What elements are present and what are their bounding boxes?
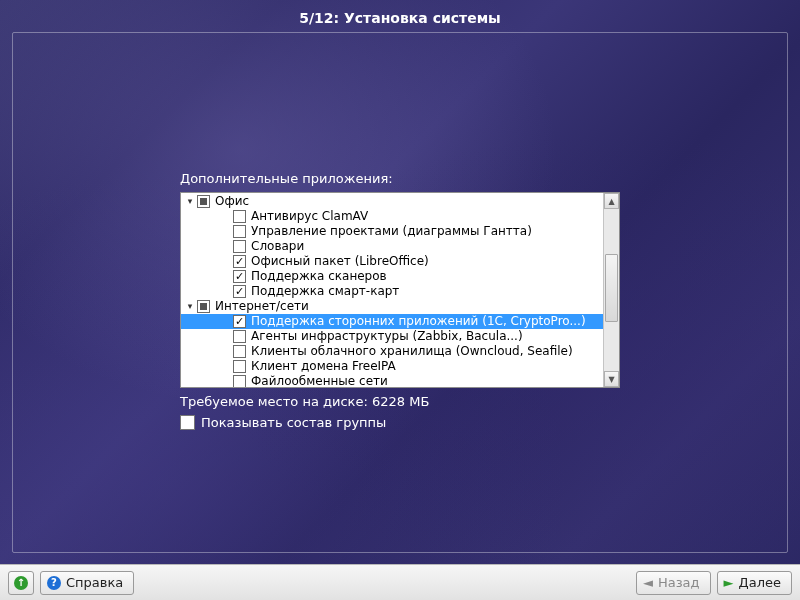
tree-checkbox[interactable]: [233, 255, 246, 268]
tree-item-label: Антивирус ClamAV: [251, 209, 368, 224]
expander-icon: [221, 287, 231, 297]
apps-tree[interactable]: ▾ОфисАнтивирус ClamAVУправление проектам…: [180, 192, 620, 388]
expander-icon[interactable]: ▾: [185, 197, 195, 207]
scroll-down-button[interactable]: ▼: [604, 371, 619, 387]
disk-space-value: 6228 МБ: [372, 394, 429, 409]
help-button[interactable]: ? Справка: [40, 571, 134, 595]
disk-space-prefix: Требуемое место на диске:: [180, 394, 372, 409]
tree-item[interactable]: Поддержка сканеров: [181, 269, 603, 284]
apps-section-label: Дополнительные приложения:: [180, 171, 620, 186]
tree-item[interactable]: Клиент домена FreeIPA: [181, 359, 603, 374]
next-label: Далее: [739, 575, 781, 590]
expander-icon: [221, 272, 231, 282]
tree-checkbox[interactable]: [233, 285, 246, 298]
arrow-up-icon: ↑: [14, 576, 28, 590]
tree-group[interactable]: ▾Офис: [181, 194, 603, 209]
scroll-up-button[interactable]: ▲: [604, 193, 619, 209]
expander-icon: [221, 347, 231, 357]
expander-icon: [221, 317, 231, 327]
show-group-label: Показывать состав группы: [201, 415, 386, 430]
tree-item-label: Поддержка смарт-карт: [251, 284, 399, 299]
tree-item-label: Офис: [215, 194, 249, 209]
tree-checkbox[interactable]: [233, 210, 246, 223]
chevron-right-icon: ►: [724, 575, 734, 590]
tree-item-label: Интернет/сети: [215, 299, 309, 314]
tree-item[interactable]: Агенты инфраструктуры (Zabbix, Bacula...…: [181, 329, 603, 344]
tree-checkbox[interactable]: [233, 240, 246, 253]
tree-checkbox[interactable]: [233, 375, 246, 388]
tree-item[interactable]: Поддержка сторонних приложений (1C, Cryp…: [181, 314, 603, 329]
disk-space-required: Требуемое место на диске: 6228 МБ: [180, 394, 620, 409]
tree-item-label: Управление проектами (диаграммы Гантта): [251, 224, 532, 239]
chevron-left-icon: ◄: [643, 575, 653, 590]
tree-checkbox[interactable]: [233, 225, 246, 238]
back-label: Назад: [658, 575, 700, 590]
expander-icon: [221, 212, 231, 222]
tree-checkbox[interactable]: [233, 330, 246, 343]
tree-item[interactable]: Клиенты облачного хранилища (Owncloud, S…: [181, 344, 603, 359]
expander-icon: [221, 377, 231, 387]
tree-item[interactable]: Словари: [181, 239, 603, 254]
expander-icon: [221, 332, 231, 342]
next-button[interactable]: ► Далее: [717, 571, 792, 595]
tree-item-label: Клиент домена FreeIPA: [251, 359, 396, 374]
expander-icon[interactable]: ▾: [185, 302, 195, 312]
tree-checkbox[interactable]: [233, 345, 246, 358]
tree-item-label: Файлообменные сети: [251, 374, 388, 388]
tree-item-label: Агенты инфраструктуры (Zabbix, Bacula...…: [251, 329, 523, 344]
back-button[interactable]: ◄ Назад: [636, 571, 711, 595]
expander-icon: [221, 362, 231, 372]
tree-item[interactable]: Антивирус ClamAV: [181, 209, 603, 224]
tree-checkbox[interactable]: [197, 300, 210, 313]
expander-icon: [221, 257, 231, 267]
show-group-checkbox[interactable]: [180, 415, 195, 430]
tree-item-label: Поддержка сканеров: [251, 269, 387, 284]
tree-checkbox[interactable]: [197, 195, 210, 208]
scrollbar[interactable]: ▲ ▼: [603, 193, 619, 387]
tree-item-label: Поддержка сторонних приложений (1C, Cryp…: [251, 314, 586, 329]
footer-bar: ↑ ? Справка ◄ Назад ► Далее: [0, 564, 800, 600]
tree-group[interactable]: ▾Интернет/сети: [181, 299, 603, 314]
up-button[interactable]: ↑: [8, 571, 34, 595]
tree-item-label: Офисный пакет (LibreOffice): [251, 254, 429, 269]
tree-item-label: Клиенты облачного хранилища (Owncloud, S…: [251, 344, 573, 359]
tree-checkbox[interactable]: [233, 270, 246, 283]
expander-icon: [221, 227, 231, 237]
tree-item-label: Словари: [251, 239, 304, 254]
scroll-thumb[interactable]: [605, 254, 618, 322]
tree-item[interactable]: Офисный пакет (LibreOffice): [181, 254, 603, 269]
page-title: 5/12: Установка системы: [0, 10, 800, 26]
help-label: Справка: [66, 575, 123, 590]
tree-item[interactable]: Поддержка смарт-карт: [181, 284, 603, 299]
expander-icon: [221, 242, 231, 252]
tree-checkbox[interactable]: [233, 315, 246, 328]
help-icon: ?: [47, 576, 61, 590]
tree-checkbox[interactable]: [233, 360, 246, 373]
tree-item[interactable]: Файлообменные сети: [181, 374, 603, 388]
tree-item[interactable]: Управление проектами (диаграммы Гантта): [181, 224, 603, 239]
